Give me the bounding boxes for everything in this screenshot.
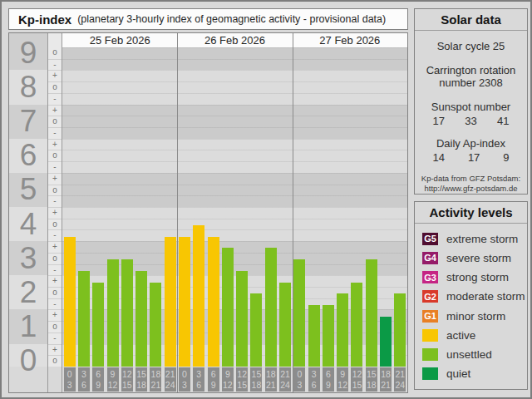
kp-bar (337, 293, 348, 367)
legend-item: G4severe storm (422, 251, 527, 264)
kp-bar (135, 271, 147, 367)
chart-title-bar: Kp-index (planetary 3-hourly index of ge… (8, 8, 408, 30)
hour-interval-label: 1821 (265, 367, 277, 392)
y-axis-sublevel-tick: o (48, 253, 62, 264)
date-header: 26 Feb 2026 (177, 33, 292, 47)
kp-bar (78, 271, 90, 367)
chart-subtitle: (planetary 3-hourly index of geomagnetic… (77, 13, 386, 25)
sunspot-value: 41 (497, 115, 509, 127)
hour-interval-label: 1518 (250, 367, 262, 392)
y-axis-sublevel-tick: + (48, 309, 62, 321)
hour-interval-label: 1215 (351, 367, 362, 392)
y-axis-sublevel-tick: - (48, 93, 62, 105)
kp-bar (222, 248, 234, 367)
y-axis-sublevel-tick: + (48, 105, 62, 116)
credit-line1: Kp-data from GFZ Potsdam: (415, 174, 527, 184)
hour-interval-label: 69 (208, 367, 219, 392)
legend-item: unsettled (422, 348, 527, 362)
legend-rows: G5extreme stormG4severe stormG3strong st… (415, 224, 527, 389)
ap-index-values: 14179 (433, 151, 510, 164)
hour-interval-label: 1518 (135, 367, 147, 392)
y-axis-sublevel-tick: + (48, 207, 62, 219)
legend-item-label: unsettled (446, 348, 492, 361)
legend-item-label: quiet (446, 367, 470, 380)
kp-bar (150, 283, 161, 367)
kp-bar (92, 283, 104, 367)
legend-item: G5extreme storm (422, 232, 527, 245)
sunspot-value: 17 (433, 115, 445, 127)
storm-level-badge: G3 (422, 271, 438, 283)
y-axis-sublevel-tick: + (48, 344, 62, 356)
hour-interval-label: 2124 (279, 367, 291, 392)
kp-bar (265, 248, 277, 367)
y-axis-sublevel-tick: - (48, 332, 62, 344)
activity-levels-panel: Activity levels G5extreme stormG4severe … (414, 201, 528, 390)
y-axis-sublevel-tick: o (48, 321, 62, 332)
kp-bar (179, 237, 190, 367)
legend-item-label: strong storm (446, 271, 509, 283)
y-axis-sublevel-tick: + (48, 139, 62, 150)
y-axis-sublevel-tick: - (48, 298, 62, 310)
hour-interval-label: 03 (179, 367, 190, 392)
kp-bar (323, 305, 334, 367)
y-axis-sublevel-tick: - (48, 229, 62, 241)
legend-item: G3strong storm (422, 271, 527, 284)
kp-bar (121, 259, 133, 367)
y-axis-sublevel-tick: o (48, 150, 62, 161)
kp-bar (293, 259, 305, 367)
y-axis-sublevel-tick: o (48, 116, 62, 127)
legend-item-label: extreme storm (446, 233, 518, 245)
legend-item: quiet (422, 367, 527, 381)
y-axis-sublevels: o-+o-+o-+o-+o-+o-+o-+o-+o-+o (48, 33, 62, 367)
y-axis-sublevel-tick: - (48, 59, 62, 71)
carrington-rotation-line2: number 2308 (415, 77, 527, 90)
hour-interval-label: 1215 (121, 367, 133, 392)
solar-cycle: Solar cycle 25 (415, 41, 527, 53)
legend-item: G2moderate storm (422, 290, 527, 303)
legend-item-label: moderate storm (446, 290, 525, 303)
hour-interval-label: 912 (107, 367, 119, 392)
sunspot-value: 33 (465, 115, 476, 127)
kp-bar (236, 271, 248, 367)
legend-item: active (422, 328, 527, 342)
y-axis-sublevel-tick: - (48, 127, 62, 139)
day-separator-line (293, 33, 293, 392)
color-swatch (422, 329, 438, 342)
kp-bar (380, 317, 392, 367)
hour-interval-label: 03 (64, 367, 76, 392)
legend-item: G1minor storm (422, 309, 527, 323)
y-axis-sublevel-tick: o (48, 219, 62, 230)
date-header: 27 Feb 2026 (293, 33, 407, 47)
y-axis-sublevel-tick: - (48, 264, 62, 276)
hour-interval-label: 1518 (366, 367, 377, 392)
kp-bar (366, 259, 377, 367)
legend-item-label: active (446, 329, 475, 342)
storm-level-badge: G2 (422, 290, 438, 303)
y-axis-sublevel-tick: o (48, 81, 62, 93)
kp-chart: 9876543210 o-+o-+o-+o-+o-+o-+o-+o-+o-+o … (8, 32, 408, 393)
kp-bar (193, 225, 204, 367)
y-axis-numbers: 9876543210 (9, 33, 47, 367)
storm-level-badge: G5 (422, 233, 438, 245)
hour-interval-label: 1215 (236, 367, 248, 392)
y-axis-sublevel-tick: - (48, 195, 62, 207)
color-swatch (422, 348, 438, 361)
kp-bar (165, 237, 176, 367)
hour-interval-label: 36 (308, 367, 320, 392)
hour-interval-label: 912 (337, 367, 348, 392)
legend-item-label: minor storm (446, 310, 505, 323)
kp-bar (308, 305, 320, 367)
ap-value: 17 (468, 151, 480, 164)
y-axis-sublevel-tick: o (48, 47, 62, 59)
y-axis-sublevel-tick: + (48, 241, 62, 253)
ap-value: 14 (433, 151, 445, 164)
hour-interval-label: 03 (293, 367, 305, 392)
hour-interval-label: 912 (222, 367, 234, 392)
legend-item-label: severe storm (446, 252, 511, 264)
hour-interval-label: 36 (193, 367, 204, 392)
kp-bar (394, 293, 406, 367)
hour-interval-label: 69 (323, 367, 334, 392)
hour-interval-label: 36 (78, 367, 90, 392)
hour-interval-label: 2124 (394, 367, 406, 392)
date-header: 25 Feb 2026 (62, 33, 177, 47)
